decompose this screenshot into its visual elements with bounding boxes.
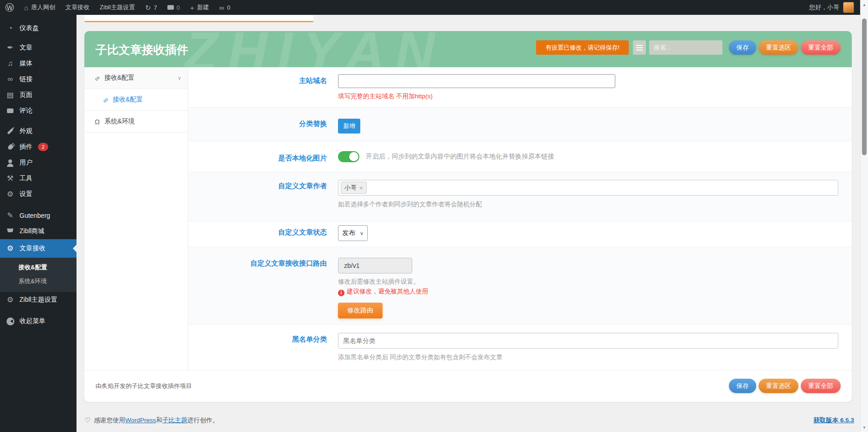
sidebar-item-settings[interactable]: ⚙ 设置 — [0, 186, 77, 202]
wordpress-logo-menu[interactable]: Ⓦ — [0, 0, 19, 15]
sidebar-item-links[interactable]: ∞ 链接 — [0, 71, 77, 87]
scrollbar-thumb[interactable] — [862, 19, 867, 155]
category-replace-label: 分类替换 — [188, 108, 338, 141]
sidebar-item-article-receive[interactable]: ⚙ 文章接收 — [0, 239, 77, 258]
page-title: 子比文章接收插件 — [96, 42, 188, 57]
plugin-header: ZHIYAN 子比文章接收插件 有设置已修改，请记得保存! 保存 重置选区 重置… — [84, 31, 852, 67]
form-row-post-status: 自定义文章状态 发布 ∨ — [188, 222, 852, 247]
main-domain-hint: 填写完整的主站域名 不用加http(s) — [338, 92, 852, 101]
reset-all-button[interactable]: 重置全部 — [801, 40, 841, 55]
site-name-label: 唐人网创 — [31, 3, 55, 12]
api-route-input[interactable] — [338, 258, 412, 273]
sidebar-item-dashboard[interactable]: ◔ 仪表盘 — [0, 20, 77, 36]
sidebar-item-pages[interactable]: ▤ 页面 — [0, 87, 77, 103]
nav-receive-config-sub[interactable]: ∞ 接收&配置 — [84, 89, 188, 111]
submenu-item-receive-config[interactable]: 接收&配置 — [0, 260, 77, 274]
link-icon: ∞ — [219, 4, 224, 11]
modify-route-button[interactable]: 修改路由 — [338, 303, 383, 318]
admin-sidebar: ◔ 仪表盘 ✒ 文章 ♫ 媒体 ∞ 链接 ▤ 页面 评论 外观 插件 2 用户 … — [0, 15, 77, 432]
post-status-select[interactable]: 发布 ∨ — [338, 225, 368, 241]
admin-bar: Ⓦ ⌂ 唐人网创 文章接收 Zibll主题设置 ↻ 7 0 + 新建 ∞ 0 您… — [0, 0, 861, 15]
submenu-item-system-env[interactable]: 系统&环境 — [0, 274, 77, 288]
sidebar-item-posts[interactable]: ✒ 文章 — [0, 40, 77, 56]
sidebar-item-tools[interactable]: ⚒ 工具 — [0, 171, 77, 186]
sidebar-item-zibll-shop[interactable]: Zibll商城 — [0, 223, 77, 239]
scrollbar-up-arrow[interactable]: ▲ — [861, 1, 868, 8]
tools-icon: ⚒ — [6, 175, 15, 182]
blacklist-category-input[interactable] — [338, 333, 838, 349]
sidebar-item-users[interactable]: 用户 — [0, 155, 77, 171]
sidebar-item-zibll-theme-settings[interactable]: ⚙ Zibll主题设置 — [0, 292, 77, 308]
reset-section-button[interactable]: 重置选区 — [759, 40, 798, 55]
admin-bar-zibll-settings[interactable]: Zibll主题设置 — [95, 0, 140, 15]
updates-count: 7 — [153, 4, 157, 11]
sidebar-item-appearance[interactable]: 外观 — [0, 123, 77, 139]
home-icon: ⌂ — [24, 4, 28, 11]
cart-icon — [7, 229, 13, 232]
save-button[interactable]: 保存 — [729, 40, 756, 55]
info-icon — [338, 290, 345, 296]
author-tag-chip: 小哥 × — [341, 182, 367, 194]
gear-icon: ⚙ — [6, 296, 15, 304]
user-avatar[interactable] — [843, 2, 854, 13]
page-scrollbar[interactable]: ▲ ▼ — [860, 0, 868, 432]
pencil-icon: ✎ — [6, 212, 15, 219]
reset-section-button-bottom[interactable]: 重置选区 — [759, 379, 798, 393]
unsaved-changes-notice[interactable]: 有设置已修改，请记得保存! — [536, 40, 629, 55]
sidebar-item-comments[interactable]: 评论 — [0, 103, 77, 119]
localize-images-desc: 开启后，同步到的文章内容中的图片将会本地化并替换掉原本链接 — [366, 152, 554, 161]
admin-bar-comments[interactable]: 0 — [162, 0, 185, 15]
wordpress-link[interactable]: WordPress — [125, 417, 156, 424]
custom-author-input[interactable]: 小哥 × — [338, 180, 838, 196]
scrollbar-down-arrow[interactable]: ▼ — [861, 424, 868, 431]
remove-tag-icon[interactable]: × — [359, 184, 363, 191]
brush-icon — [7, 128, 13, 134]
add-category-button[interactable]: 新增 — [338, 119, 360, 133]
settings-search-input[interactable] — [649, 40, 722, 55]
settings-form: 主站域名 填写完整的主站域名 不用加http(s) 分类替换 新增 是否本地化图… — [188, 67, 852, 370]
chain-icon: ∞ — [101, 95, 110, 104]
plugins-update-badge: 2 — [38, 143, 48, 151]
admin-bar-permalink[interactable]: ∞ 0 — [214, 0, 236, 15]
admin-bar-greeting[interactable]: 您好，小哥 — [809, 3, 839, 12]
wordpress-logo-icon: Ⓦ — [5, 3, 14, 12]
api-route-label: 自定义文章接收接口路由 — [188, 247, 338, 324]
comments-count: 0 — [177, 4, 180, 11]
main-domain-input[interactable] — [338, 74, 615, 88]
nav-receive-config-parent[interactable]: ∞ 接收&配置 ∨ — [84, 67, 188, 89]
wp-footer-version: 获取版本 6.5.3 — [813, 416, 854, 425]
form-row-custom-author: 自定义文章作者 小哥 × 如若选择多个作者则同步到的文章作者将会随机分配 — [188, 172, 852, 222]
menu-list-icon-button[interactable] — [633, 40, 646, 55]
save-button-bottom[interactable]: 保存 — [729, 379, 756, 393]
admin-bar-article-receive[interactable]: 文章接收 — [60, 0, 95, 15]
updates-icon: ↻ — [145, 4, 151, 11]
form-row-category-replace: 分类替换 新增 — [188, 108, 852, 141]
api-route-warning: 建议修改，避免被其他人使用 — [338, 287, 852, 296]
get-version-link[interactable]: 获取版本 6.5.3 — [813, 417, 854, 424]
reset-all-button-bottom[interactable]: 重置全部 — [801, 379, 841, 393]
custom-author-hint: 如若选择多个作者则同步到的文章作者将会随机分配 — [338, 200, 852, 209]
admin-bar-updates[interactable]: ↻ 7 — [140, 0, 162, 15]
chevron-down-icon: ∨ — [178, 75, 181, 81]
chain-icon: ∞ — [93, 73, 102, 83]
sidebar-item-media[interactable]: ♫ 媒体 — [0, 56, 77, 71]
nav-system-env[interactable]: Ω 系统&环境 — [84, 111, 188, 133]
localize-images-toggle[interactable] — [338, 151, 359, 162]
zibll-theme-link[interactable]: 子比主题 — [162, 417, 187, 424]
links-count: 0 — [227, 4, 230, 11]
dashboard-icon: ◔ — [6, 25, 15, 32]
admin-bar-site-name[interactable]: ⌂ 唐人网创 — [19, 0, 60, 15]
dismissed-notice-strip — [84, 15, 313, 22]
comment-bubble-icon — [7, 108, 13, 113]
sidebar-item-collapse-menu[interactable]: 收起菜单 — [0, 313, 77, 329]
form-row-main-domain: 主站域名 填写完整的主站域名 不用加http(s) — [188, 67, 852, 108]
chevron-down-icon: ∨ — [360, 230, 364, 236]
blacklist-category-label: 黑名单分类 — [188, 324, 338, 370]
sidebar-item-plugins[interactable]: 插件 2 — [0, 139, 77, 155]
environment-icon: Ω — [95, 118, 100, 126]
sidebar-item-gutenberg[interactable]: ✎ Gutenberg — [0, 208, 77, 223]
card-footer: 由炙焰开发的子比文章接收插件项目 保存 重置选区 重置全部 — [84, 370, 852, 401]
gear-icon: ⚙ — [6, 245, 15, 252]
collapse-arrow-icon — [6, 318, 14, 325]
admin-bar-new[interactable]: + 新建 — [185, 0, 214, 15]
